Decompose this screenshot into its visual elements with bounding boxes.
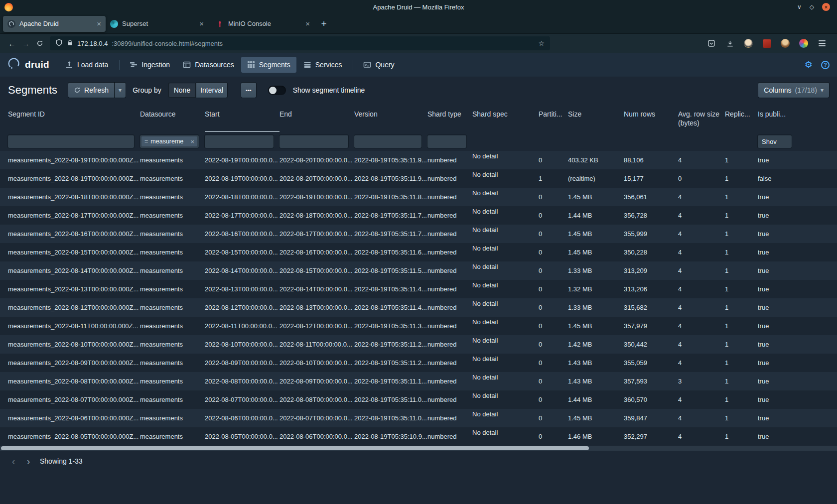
druid-brand[interactable]: druid bbox=[7, 57, 49, 72]
columns-button[interactable]: Columns (17/18) ▾ bbox=[758, 83, 829, 98]
settings-gear-icon[interactable]: ⚙ bbox=[805, 60, 813, 69]
column-header-num-rows[interactable]: Num rows bbox=[624, 104, 678, 132]
tab-superset[interactable]: Superset × bbox=[106, 16, 208, 32]
filter-version[interactable] bbox=[354, 135, 421, 148]
refresh-interval-dropdown[interactable]: ▾ bbox=[115, 83, 126, 98]
column-header-is-published[interactable]: Is publi... bbox=[758, 104, 798, 132]
tab-close-icon[interactable]: × bbox=[305, 19, 310, 28]
load-data-icon bbox=[65, 61, 73, 69]
more-options-button[interactable]: ••• bbox=[241, 83, 256, 98]
column-header-end[interactable]: End bbox=[279, 104, 354, 132]
cell-shard-spec: No detail bbox=[472, 243, 539, 261]
table-row[interactable]: measurements_2022-08-14T00:00:00.000Z...… bbox=[0, 261, 837, 280]
cell-avg-row-size: 4 bbox=[678, 354, 725, 372]
table-row[interactable]: measurements_2022-08-10T00:00:00.000Z...… bbox=[0, 335, 837, 354]
column-header-shard-type[interactable]: Shard type bbox=[427, 104, 472, 132]
filter-clipped-text: Shov bbox=[759, 138, 780, 145]
tab-close-icon[interactable]: × bbox=[199, 19, 204, 28]
table-row[interactable]: measurements_2022-08-07T00:00:00.000Z...… bbox=[0, 390, 837, 409]
table-row[interactable]: measurements_2022-08-12T00:00:00.000Z...… bbox=[0, 298, 837, 317]
column-header-shard-spec[interactable]: Shard spec bbox=[472, 104, 539, 132]
column-header-replication[interactable]: Replic... bbox=[725, 104, 758, 132]
nav-item-datasources[interactable]: Datasources bbox=[177, 57, 240, 73]
cell-version: 2022-08-19T05:35:11.2... bbox=[354, 335, 427, 354]
account-icon[interactable] bbox=[741, 36, 755, 50]
table-row[interactable]: measurements_2022-08-18T00:00:00.000Z...… bbox=[0, 188, 837, 206]
nav-separator bbox=[353, 60, 353, 70]
next-page-button[interactable]: › bbox=[22, 455, 35, 468]
forward-button[interactable]: → bbox=[19, 36, 33, 50]
cell-num-rows: 360,570 bbox=[624, 390, 678, 409]
table-row[interactable]: measurements_2022-08-05T00:00:00.000Z...… bbox=[0, 427, 837, 446]
window-maximize-icon[interactable]: ◇ bbox=[810, 4, 814, 10]
ublock-icon[interactable] bbox=[760, 36, 774, 50]
new-tab-button[interactable]: + bbox=[316, 16, 331, 31]
scrollbar-thumb[interactable] bbox=[1, 446, 589, 450]
table-row[interactable]: measurements_2022-08-13T00:00:00.000Z...… bbox=[0, 280, 837, 298]
filter-segment-id[interactable] bbox=[8, 135, 134, 148]
filter-is-published[interactable]: Shov bbox=[758, 135, 792, 148]
profile-avatar[interactable] bbox=[778, 36, 792, 50]
filter-start[interactable] bbox=[205, 135, 274, 148]
tab-apache-druid[interactable]: Apache Druid × bbox=[3, 16, 106, 32]
table-row[interactable]: measurements_2022-08-17T00:00:00.000Z...… bbox=[0, 206, 837, 225]
bookmark-star-icon[interactable]: ☆ bbox=[538, 39, 545, 47]
column-header-segment-id[interactable]: Segment ID bbox=[8, 104, 140, 132]
menu-icon[interactable] bbox=[815, 36, 829, 50]
column-header-size[interactable]: Size bbox=[568, 104, 624, 132]
nav-item-load-data[interactable]: Load data bbox=[59, 57, 114, 73]
cell-size: 1.45 MB bbox=[568, 317, 624, 335]
nav-item-ingestion[interactable]: Ingestion bbox=[124, 57, 176, 73]
segment-timeline-toggle[interactable] bbox=[268, 86, 286, 95]
table-row[interactable]: measurements_2022-08-19T00:00:00.000Z...… bbox=[0, 151, 837, 169]
cell-replication: 1 bbox=[725, 188, 758, 206]
nav-item-query[interactable]: Query bbox=[357, 57, 400, 73]
tab-minio-console[interactable]: MinIO Console × bbox=[212, 16, 314, 32]
tracking-shield-icon[interactable] bbox=[55, 39, 63, 48]
remove-filter-icon[interactable]: × bbox=[190, 138, 194, 145]
window-minimize-icon[interactable]: ∨ bbox=[797, 4, 802, 10]
reload-button[interactable] bbox=[33, 36, 47, 50]
column-header-version[interactable]: Version bbox=[354, 104, 427, 132]
lock-icon[interactable] bbox=[67, 39, 73, 47]
cell-segment-id: measurements_2022-08-05T00:00:00.000Z... bbox=[8, 427, 140, 446]
table-row[interactable]: measurements_2022-08-15T00:00:00.000Z...… bbox=[0, 243, 837, 261]
nav-item-services[interactable]: Services bbox=[297, 57, 348, 73]
url-bar[interactable]: 172.18.0.4:30899/unified-console.html#se… bbox=[50, 36, 550, 50]
extension-pinwheel-icon[interactable] bbox=[797, 36, 811, 50]
table-row[interactable]: measurements_2022-08-08T00:00:00.000Z...… bbox=[0, 372, 837, 390]
ingestion-icon bbox=[130, 61, 138, 69]
column-header-avg-row-size[interactable]: Avg. row size (bytes) bbox=[678, 104, 725, 132]
table-row[interactable]: measurements_2022-08-16T00:00:00.000Z...… bbox=[0, 225, 837, 243]
pocket-save-icon[interactable] bbox=[704, 36, 718, 50]
previous-page-button[interactable]: ‹ bbox=[7, 455, 20, 468]
filter-datasource[interactable]: = measureme × bbox=[140, 135, 199, 148]
group-by-interval-button[interactable]: Interval bbox=[196, 83, 227, 98]
column-header-start[interactable]: Start bbox=[205, 104, 279, 132]
cell-replication: 1 bbox=[725, 372, 758, 390]
url-host: 172.18.0.4 bbox=[77, 40, 108, 47]
refresh-button[interactable]: Refresh bbox=[68, 83, 114, 98]
column-header-datasource[interactable]: Datasource bbox=[140, 104, 205, 132]
cell-version: 2022-08-19T05:35:11.2... bbox=[354, 354, 427, 372]
back-button[interactable]: ← bbox=[5, 36, 19, 50]
filter-shard-type[interactable] bbox=[427, 135, 466, 148]
cell-replication: 1 bbox=[725, 151, 758, 169]
table-row[interactable]: measurements_2022-08-09T00:00:00.000Z...… bbox=[0, 354, 837, 372]
window-titlebar: Apache Druid — Mozilla Firefox ∨ ◇ × bbox=[0, 0, 837, 14]
group-by-none-button[interactable]: None bbox=[168, 83, 196, 98]
table-row[interactable]: measurements_2022-08-06T00:00:00.000Z...… bbox=[0, 409, 837, 427]
filter-end[interactable] bbox=[279, 135, 348, 148]
help-icon[interactable]: ? bbox=[821, 61, 830, 69]
downloads-icon[interactable] bbox=[723, 36, 737, 50]
cell-segment-id: measurements_2022-08-09T00:00:00.000Z... bbox=[8, 354, 140, 372]
tab-close-icon[interactable]: × bbox=[97, 19, 101, 28]
cell-shard-type: numbered bbox=[427, 390, 472, 409]
cell-start: 2022-08-11T00:00:00.0... bbox=[205, 317, 279, 335]
cell-segment-id: measurements_2022-08-18T00:00:00.000Z... bbox=[8, 188, 140, 206]
column-header-partition[interactable]: Partiti... bbox=[539, 104, 568, 132]
table-row[interactable]: measurements_2022-08-11T00:00:00.000Z...… bbox=[0, 317, 837, 335]
nav-item-segments[interactable]: Segments bbox=[241, 57, 296, 73]
table-row[interactable]: measurements_2022-08-19T00:00:00.000Z...… bbox=[0, 169, 837, 188]
window-close-icon[interactable]: × bbox=[822, 3, 830, 11]
